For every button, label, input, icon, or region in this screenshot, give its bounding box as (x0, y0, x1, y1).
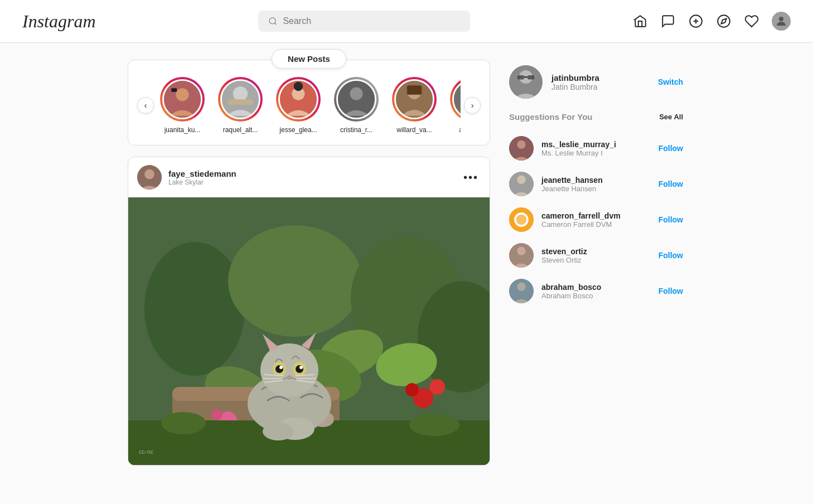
story-avatar (452, 79, 461, 119)
suggestion-left: cameron_farrell_dvm Cameron Farrell DVM (509, 207, 621, 232)
suggestion-left: steven_ortiz Steven Ortiz (509, 243, 587, 268)
svg-point-27 (144, 242, 245, 376)
suggestion-username: ms._leslie_murray_i (541, 140, 616, 149)
post-location: Lake Skylar (168, 178, 236, 186)
suggestion-item: abraham_bosco Abraham Bosco Follow (507, 273, 685, 309)
svg-point-85 (517, 283, 525, 291)
story-avatar (162, 79, 202, 119)
sidebar-profile: jatinbumbra Jatin Bumbra Switch (507, 65, 685, 99)
suggestion-info: ms._leslie_murray_i Ms. Leslie Murray I (541, 140, 616, 157)
svg-point-58 (279, 366, 283, 369)
suggestion-avatar[interactable] (509, 243, 534, 268)
story-item[interactable]: jesse_glea... (273, 77, 323, 134)
message-icon[interactable] (660, 13, 676, 29)
home-icon[interactable] (632, 13, 648, 29)
story-avatar (278, 79, 318, 119)
switch-account-button[interactable]: Switch (658, 77, 683, 86)
post-author-info: faye_stiedemann Lake Skylar (168, 169, 236, 186)
profile-avatar[interactable] (772, 12, 791, 31)
navbar: Instagram (0, 0, 813, 43)
story-item[interactable]: willard_va... (389, 77, 439, 134)
new-posts-badge[interactable]: New Posts (272, 49, 346, 69)
story-ring (160, 77, 205, 122)
suggestion-avatar[interactable] (509, 172, 534, 196)
svg-point-12 (233, 86, 248, 101)
suggestions-title: Suggestions For You (509, 112, 592, 122)
suggestion-info: cameron_farrell_dvm Cameron Farrell DVM (541, 211, 621, 229)
follow-button[interactable]: Follow (659, 251, 683, 260)
story-username: jesse_glea... (279, 126, 317, 134)
follow-button[interactable]: Follow (659, 144, 683, 153)
suggestion-username: jeanette_hansen (541, 176, 603, 185)
story-ring (218, 77, 263, 122)
search-bar (258, 11, 470, 32)
suggestion-item: ms._leslie_murray_i Ms. Leslie Murray I … (507, 130, 685, 166)
svg-point-39 (405, 383, 419, 396)
story-item[interactable]: juanita_ku... (157, 77, 207, 134)
see-all-button[interactable]: See All (659, 113, 683, 121)
follow-button[interactable]: Follow (659, 180, 683, 188)
story-next-button[interactable]: › (464, 97, 481, 114)
story-username: cristina_r... (340, 126, 372, 134)
story-username: juanita_ku... (164, 126, 201, 134)
svg-point-28 (228, 225, 362, 337)
story-username: raquel_alt... (223, 126, 258, 134)
sidebar-profile-left: jatinbumbra Jatin Bumbra (509, 65, 599, 99)
story-item[interactable]: raquel_alt... (215, 77, 265, 134)
suggestion-info: abraham_bosco Abraham Bosco (541, 283, 601, 300)
story-username: andre_... (459, 126, 461, 134)
post-username[interactable]: faye_stiedemann (168, 169, 236, 178)
suggestion-avatar[interactable] (509, 279, 534, 303)
svg-point-18 (350, 88, 362, 100)
svg-point-49 (260, 343, 318, 397)
story-avatar (336, 79, 376, 119)
heart-icon[interactable] (744, 13, 759, 29)
sidebar-profile-username[interactable]: jatinbumbra (551, 73, 599, 83)
svg-rect-22 (454, 81, 461, 118)
follow-button[interactable]: Follow (659, 287, 683, 295)
story-item[interactable]: cristina_r... (331, 77, 381, 134)
post-author-avatar[interactable] (137, 165, 162, 190)
story-prev-button[interactable]: ‹ (137, 97, 154, 114)
suggestion-item: jeanette_hansen Jeanette Hansen Follow (507, 166, 685, 202)
app-logo[interactable]: Instagram (22, 11, 96, 32)
svg-line-1 (274, 23, 276, 25)
svg-point-0 (269, 18, 275, 24)
story-username: willard_va... (396, 126, 432, 134)
svg-text:cc-nc: cc-nc (139, 448, 154, 455)
story-avatar (394, 79, 434, 119)
svg-point-68 (263, 423, 294, 440)
suggestion-avatar[interactable] (509, 207, 534, 232)
suggestion-avatar[interactable] (509, 136, 534, 161)
svg-point-83 (517, 247, 525, 255)
follow-button[interactable]: Follow (659, 215, 683, 224)
story-avatar (220, 79, 260, 119)
suggestion-item: steven_ortiz Steven Ortiz Follow (507, 238, 685, 273)
sidebar: jatinbumbra Jatin Bumbra Switch Suggesti… (507, 60, 685, 466)
nav-icons (632, 12, 791, 31)
explore-icon[interactable] (716, 13, 732, 29)
story-ring (276, 77, 321, 122)
search-input[interactable] (283, 16, 459, 26)
svg-marker-6 (721, 18, 726, 23)
story-ring (450, 77, 461, 122)
svg-rect-10 (171, 88, 177, 92)
svg-point-59 (299, 366, 303, 369)
add-icon[interactable] (688, 13, 704, 29)
post-more-button[interactable]: ••• (461, 169, 481, 186)
search-icon (268, 16, 278, 26)
post-image-svg: cc-nc (128, 197, 490, 465)
post-header: faye_stiedemann Lake Skylar ••• (128, 157, 490, 197)
svg-point-7 (779, 17, 783, 21)
suggestion-fullname: Ms. Leslie Murray I (541, 149, 616, 157)
svg-point-5 (718, 15, 730, 27)
svg-point-41 (211, 409, 222, 420)
suggestion-item: cameron_farrell_dvm Cameron Farrell DVM … (507, 202, 685, 238)
svg-point-38 (429, 379, 445, 395)
suggestion-fullname: Jeanette Hansen (541, 185, 603, 193)
story-item[interactable]: andre_... (447, 77, 461, 134)
suggestion-info: jeanette_hansen Jeanette Hansen (541, 176, 603, 193)
sidebar-profile-fullname: Jatin Bumbra (551, 83, 599, 91)
suggestion-username: abraham_bosco (541, 283, 601, 292)
sidebar-profile-avatar[interactable] (509, 65, 543, 99)
